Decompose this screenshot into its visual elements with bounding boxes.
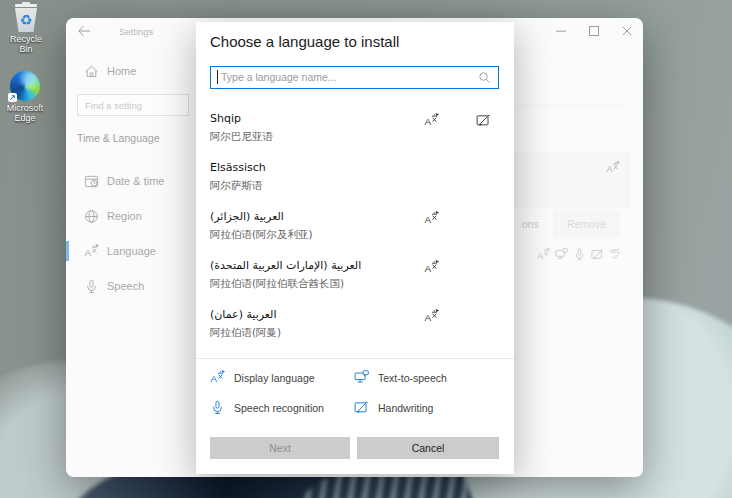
svg-text:A: A <box>210 373 217 384</box>
legend-label: Speech recognition <box>234 402 324 414</box>
language-row[interactable]: Elsässisch阿尔萨斯语 <box>196 159 514 208</box>
language-row[interactable]: Shqip阿尔巴尼亚语A <box>196 110 514 159</box>
legend-item-display-language: ADisplay language <box>210 367 354 388</box>
search-icon <box>478 71 491 84</box>
legend-item-speech-recognition: Speech recognition <box>210 397 354 418</box>
speech-recognition-icon <box>210 400 225 415</box>
language-name: Shqip <box>210 110 514 125</box>
language-search-input[interactable]: Type a language name... <box>210 66 499 89</box>
language-name: Elsässisch <box>210 159 514 174</box>
language-localized-name: 阿拉伯语(阿拉伯联合酋长国) <box>210 277 514 291</box>
legend-item-handwriting: Handwriting <box>354 397 502 418</box>
language-name: العربية (الجزائر) <box>210 208 514 223</box>
svg-text:A: A <box>424 116 431 127</box>
display-language-icon: A <box>424 309 439 324</box>
display-language-icon: A <box>424 211 439 226</box>
next-button[interactable]: Next <box>210 437 350 459</box>
dialog-title: Choose a language to install <box>210 33 399 50</box>
legend-label: Handwriting <box>378 402 433 414</box>
settings-window: Settings Home Find a setting Time & Lang… <box>66 18 643 477</box>
desktop: ♻ Recycle Bin Microsoft Edge Settings Ho… <box>0 0 732 498</box>
legend-label: Text-to-speech <box>378 372 447 384</box>
shortcut-arrow-icon <box>8 93 17 102</box>
display-language-icon: A <box>424 260 439 275</box>
language-row[interactable]: العربية (الإمارات العربية المتحدة)阿拉伯语(阿… <box>196 257 514 306</box>
language-row[interactable]: العربية (الجزائر)阿拉伯语(阿尔及利亚)A <box>196 208 514 257</box>
handwriting-icon <box>354 400 369 415</box>
language-localized-name: 阿拉伯语(阿曼) <box>210 326 514 340</box>
language-localized-name: 阿尔萨斯语 <box>210 179 514 193</box>
desktop-icon-microsoft-edge[interactable]: Microsoft Edge <box>2 71 48 123</box>
cancel-button[interactable]: Cancel <box>357 437 499 459</box>
choose-language-dialog: Choose a language to install Type a lang… <box>196 22 514 474</box>
language-list: Shqip阿尔巴尼亚语AElsässisch阿尔萨斯语العربية (الجز… <box>196 110 514 355</box>
language-localized-name: 阿拉伯语(阿尔及利亚) <box>210 228 514 242</box>
desktop-icon-label: Microsoft Edge <box>2 103 48 123</box>
text-to-speech-icon <box>354 370 369 385</box>
display-language-icon: A <box>210 370 225 385</box>
handwriting-icon <box>476 113 491 128</box>
legend-label: Display language <box>234 372 315 384</box>
svg-text:A: A <box>424 312 431 323</box>
text-caret <box>217 70 218 84</box>
edge-logo-icon <box>10 71 40 101</box>
svg-text:A: A <box>424 214 431 225</box>
legend-item-text-to-speech: Text-to-speech <box>354 367 502 388</box>
language-localized-name: 阿尔巴尼亚语 <box>210 130 514 144</box>
recycle-bin-icon: ♻ <box>14 2 38 32</box>
language-name: العربية (عمان) <box>210 306 514 321</box>
display-language-icon: A <box>424 113 439 128</box>
language-row[interactable]: العربية (عمان)阿拉伯语(阿曼)A <box>196 306 514 355</box>
search-placeholder: Type a language name... <box>221 71 337 83</box>
dialog-divider <box>196 358 514 359</box>
desktop-icon-label: Recycle Bin <box>3 34 49 54</box>
feature-legend: ADisplay languageText-to-speechSpeech re… <box>210 367 502 418</box>
svg-text:A: A <box>424 263 431 274</box>
desktop-icon-recycle-bin[interactable]: ♻ Recycle Bin <box>3 2 49 54</box>
language-name: العربية (الإمارات العربية المتحدة) <box>210 257 514 272</box>
